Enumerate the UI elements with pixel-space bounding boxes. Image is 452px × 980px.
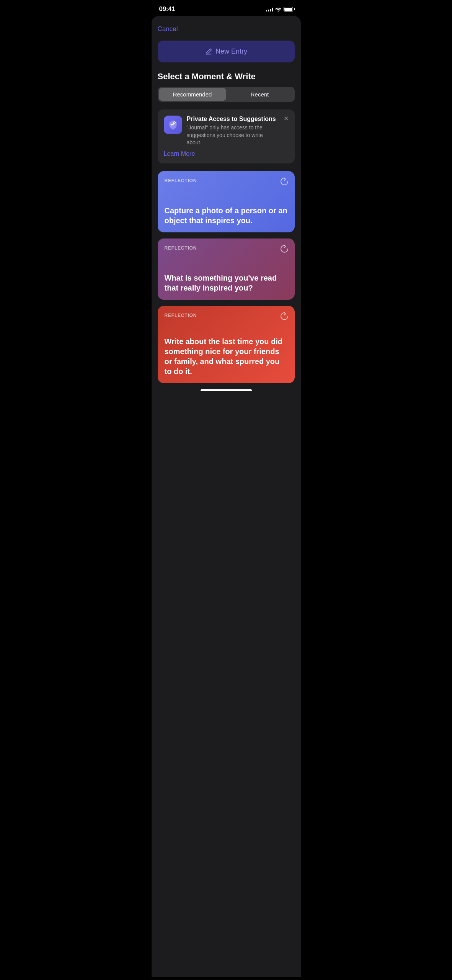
tab-recommended[interactable]: Recommended [159, 88, 226, 101]
reflection-text-2: What is something you've read that reall… [165, 258, 288, 293]
status-time: 09:41 [159, 5, 175, 13]
status-bar: 09:41 [152, 0, 301, 16]
battery-icon [284, 7, 293, 11]
learn-more-button[interactable]: Learn More [164, 150, 195, 157]
tab-recent[interactable]: Recent [226, 88, 294, 101]
reflection-text-3: Write about the last time you did someth… [165, 321, 288, 376]
segment-control: Recommended Recent [158, 87, 295, 102]
status-icons [266, 7, 293, 11]
reflection-card-3[interactable]: REFLECTION Write about the last time you… [158, 306, 295, 383]
privacy-title: Private Access to Suggestions [187, 116, 279, 122]
reflection-label-2: REFLECTION [165, 245, 288, 251]
reflection-card-2[interactable]: REFLECTION What is something you've read… [158, 238, 295, 300]
privacy-card: ✦ Private Access to Suggestions "Journal… [158, 109, 295, 163]
reflection-label-3: REFLECTION [165, 313, 288, 318]
privacy-close-button[interactable]: ✕ [284, 116, 289, 122]
main-content: Cancel New Entry Select a Moment & Write… [152, 16, 301, 977]
section-title: Select a Moment & Write [158, 72, 295, 82]
refresh-button-3[interactable] [280, 312, 289, 322]
reflection-label-1: REFLECTION [165, 178, 288, 183]
wifi-icon [275, 7, 281, 11]
privacy-icon: ✦ [164, 116, 182, 134]
privacy-text-block: Private Access to Suggestions "Journal" … [187, 116, 279, 147]
refresh-button-2[interactable] [280, 245, 289, 255]
edit-icon [205, 48, 212, 56]
svg-text:✦: ✦ [171, 122, 175, 126]
new-entry-button[interactable]: New Entry [158, 41, 295, 62]
reflection-text-1: Capture a photo of a person or an object… [165, 190, 288, 225]
cancel-button[interactable]: Cancel [158, 24, 178, 34]
privacy-card-header: ✦ Private Access to Suggestions "Journal… [164, 116, 289, 147]
home-indicator [201, 389, 252, 391]
signal-icon [266, 7, 273, 11]
reflection-card-1[interactable]: REFLECTION Capture a photo of a person o… [158, 171, 295, 232]
new-entry-label: New Entry [215, 47, 247, 56]
privacy-description: "Journal" only has access to the suggest… [187, 124, 279, 147]
refresh-button-1[interactable] [280, 177, 289, 188]
